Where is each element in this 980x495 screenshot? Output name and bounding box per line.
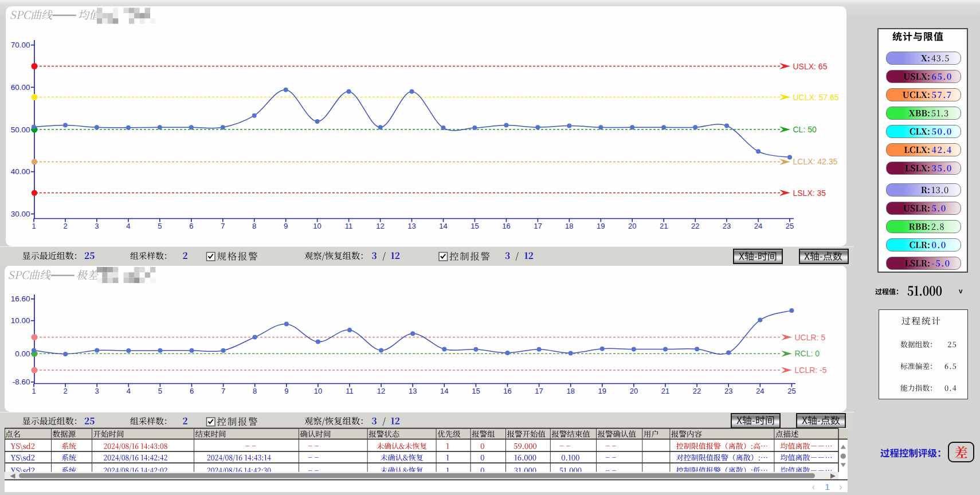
svg-text:6: 6 [190,387,194,395]
svg-text:10: 10 [313,222,321,230]
svg-text:6: 6 [189,222,193,230]
svg-text:3: 3 [95,387,99,395]
svg-text:16: 16 [503,387,511,395]
svg-text:8: 8 [252,222,256,230]
svg-text:19: 19 [598,387,606,395]
svg-text:14: 14 [440,387,448,395]
svg-text:CL: 50: CL: 50 [793,125,817,134]
svg-text:UCLR: 5: UCLR: 5 [795,333,826,342]
svg-text:LSLX: 35: LSLX: 35 [793,188,826,198]
svg-text:19: 19 [597,222,605,230]
svg-text:8: 8 [253,387,257,395]
svg-text:‹: ‹ [812,482,815,492]
svg-text:16.60: 16.60 [11,294,30,303]
svg-text:7: 7 [221,387,225,395]
svg-text:24: 24 [754,222,762,230]
svg-text:13: 13 [409,387,417,395]
svg-text:4: 4 [127,387,131,395]
svg-text:12: 12 [376,222,384,230]
svg-text:24: 24 [756,387,764,395]
svg-text:25: 25 [786,222,794,230]
svg-text:20: 20 [628,222,636,230]
svg-text:7: 7 [221,222,225,230]
svg-text:50.00: 50.00 [11,125,30,134]
svg-text:10: 10 [314,387,322,395]
svg-text:23: 23 [724,387,732,395]
svg-text:14: 14 [439,222,447,230]
svg-text:1: 1 [32,222,36,230]
svg-text:40.00: 40.00 [11,167,30,176]
svg-text:21: 21 [661,387,669,395]
svg-text:LCLR: -5: LCLR: -5 [795,366,827,375]
svg-text:-8.60: -8.60 [13,378,30,386]
svg-text:3: 3 [95,222,99,230]
svg-text:18: 18 [566,387,574,395]
svg-text:0.00: 0.00 [15,349,30,358]
svg-text:22: 22 [691,222,699,230]
svg-text:1: 1 [825,482,830,492]
svg-text:9: 9 [284,222,288,230]
svg-text:UCLX: 57.65: UCLX: 57.65 [793,93,839,102]
svg-text:13: 13 [407,222,415,230]
svg-text:25: 25 [787,387,795,395]
svg-text:RCL: 0: RCL: 0 [795,349,820,358]
svg-text:2: 2 [63,387,67,395]
svg-text:60.00: 60.00 [11,83,30,92]
svg-text:21: 21 [660,222,668,230]
svg-text:4: 4 [126,222,130,230]
svg-text:1: 1 [32,387,36,395]
svg-text:2: 2 [63,222,67,230]
svg-text:30.00: 30.00 [11,210,30,218]
svg-text:15: 15 [471,222,479,230]
svg-text:23: 23 [723,222,731,230]
svg-text:70.00: 70.00 [11,41,30,49]
svg-text:5: 5 [158,222,162,230]
svg-text:11: 11 [346,387,354,395]
svg-text:USLX: 65: USLX: 65 [793,62,828,71]
svg-text:17: 17 [534,222,542,230]
svg-text:9: 9 [284,387,288,395]
svg-text:20: 20 [630,387,638,395]
svg-text:5: 5 [158,387,162,395]
svg-text:11: 11 [345,222,353,230]
svg-text:12: 12 [377,387,385,395]
svg-text:LCLX: 42.35: LCLX: 42.35 [793,157,838,166]
svg-text:18: 18 [565,222,573,230]
svg-text:›: › [839,482,842,492]
svg-text:16: 16 [502,222,510,230]
svg-text:15: 15 [472,387,480,395]
svg-text:22: 22 [693,387,701,395]
svg-text:17: 17 [535,387,543,395]
svg-text:10.00: 10.00 [11,316,30,325]
